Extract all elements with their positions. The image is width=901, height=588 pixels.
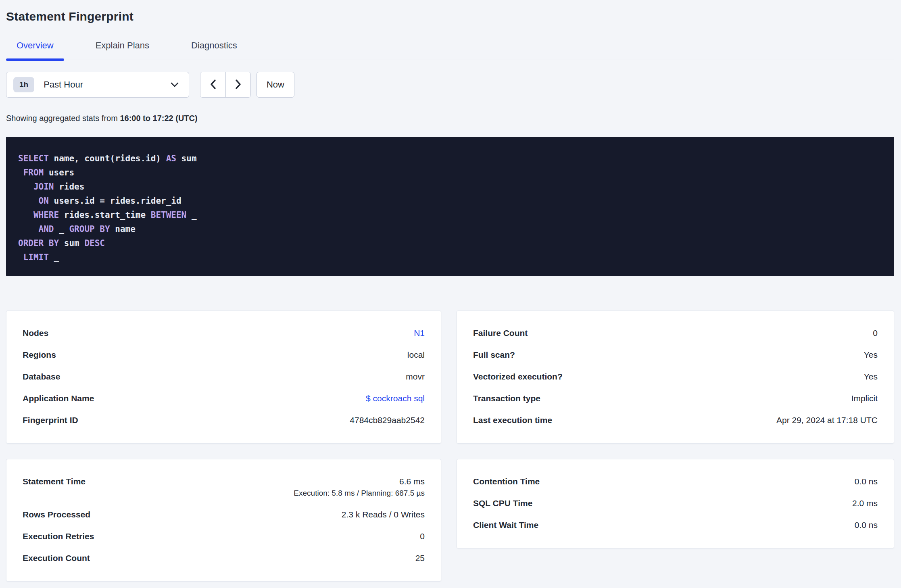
sql-keyword: AS bbox=[166, 154, 176, 163]
stat-label: Contention Time bbox=[473, 476, 540, 487]
stat-value-link[interactable]: $ cockroach sql bbox=[366, 394, 425, 403]
sql-text: rides.start_time bbox=[59, 210, 151, 220]
stat-row: Full scan?Yes bbox=[473, 350, 878, 360]
sql-text bbox=[18, 196, 39, 206]
sql-text bbox=[18, 210, 33, 220]
stat-value-block: 4784cb829aab2542 bbox=[350, 415, 425, 425]
sql-text: sum bbox=[59, 238, 84, 248]
stats-summary-prefix: Showing aggregated stats from bbox=[6, 114, 120, 123]
stat-label: Client Wait Time bbox=[473, 520, 538, 530]
stat-row: Fingerprint ID4784cb829aab2542 bbox=[23, 415, 425, 425]
summary-cards-grid: NodesN1RegionslocalDatabasemovrApplicati… bbox=[6, 311, 894, 582]
stat-value-block: 2.3 k Reads / 0 Writes bbox=[342, 509, 425, 520]
chevron-left-icon bbox=[210, 79, 216, 91]
stat-label: Rows Processed bbox=[23, 509, 90, 520]
stat-row: Execution Retries0 bbox=[23, 531, 425, 542]
sql-text: rides bbox=[54, 182, 85, 192]
sql-keyword: LIMIT bbox=[23, 252, 49, 262]
sql-text bbox=[18, 252, 23, 262]
sql-keyword: FROM bbox=[23, 168, 44, 177]
sql-statement-box: SELECT name, count(rides.id) AS sum FROM… bbox=[6, 137, 894, 276]
stat-row: Last execution timeApr 29, 2024 at 17:18… bbox=[473, 415, 878, 425]
tab-overview[interactable]: Overview bbox=[6, 40, 64, 60]
stat-label: Vectorized execution? bbox=[473, 371, 563, 382]
stat-label: Regions bbox=[23, 350, 56, 360]
chevron-down-icon bbox=[170, 82, 179, 88]
sql-text: users bbox=[44, 168, 74, 177]
sql-text bbox=[18, 168, 23, 177]
statement-timing-card: Statement Time6.6 msExecution: 5.8 ms / … bbox=[6, 459, 441, 582]
stat-value: 0 bbox=[873, 328, 878, 338]
page-title: Statement Fingerprint bbox=[6, 0, 894, 23]
stat-value-block: 2.0 ms bbox=[852, 498, 878, 509]
stat-row: Execution Count25 bbox=[23, 553, 425, 563]
stat-value-block: Yes bbox=[864, 350, 878, 360]
stat-value-link[interactable]: N1 bbox=[414, 328, 425, 338]
time-range-dropdown[interactable]: 1h Past Hour bbox=[6, 72, 189, 98]
stat-row: SQL CPU Time2.0 ms bbox=[473, 498, 878, 509]
stat-value-block: 25 bbox=[415, 553, 425, 563]
stat-value: local bbox=[407, 350, 425, 359]
sql-keyword: AND bbox=[39, 224, 54, 234]
sql-line: ORDER BY sum DESC bbox=[18, 236, 882, 250]
sql-line: FROM users bbox=[18, 166, 882, 180]
stat-value-block: movr bbox=[406, 371, 425, 382]
time-range-label: Past Hour bbox=[44, 79, 83, 90]
statement-fingerprint-page: Statement Fingerprint OverviewExplain Pl… bbox=[0, 0, 901, 588]
stat-row: NodesN1 bbox=[23, 328, 425, 338]
sql-text: sum bbox=[176, 154, 197, 163]
tab-diagnostics[interactable]: Diagnostics bbox=[181, 40, 248, 60]
sql-keyword: GROUP BY bbox=[69, 224, 110, 234]
stats-summary-range: 16:00 to 17:22 (UTC) bbox=[120, 114, 197, 123]
stat-value-block: N1 bbox=[414, 328, 425, 338]
sql-keyword: DESC bbox=[84, 238, 105, 248]
tab-explain-plans[interactable]: Explain Plans bbox=[85, 40, 160, 60]
stat-value-block: 6.6 msExecution: 5.8 ms / Planning: 687.… bbox=[294, 476, 425, 498]
execution-attributes-card: Failure Count0Full scan?YesVectorized ex… bbox=[457, 311, 894, 444]
sql-text: _ bbox=[186, 210, 196, 220]
previous-range-button[interactable] bbox=[200, 72, 225, 97]
stat-value-block: Apr 29, 2024 at 17:18 UTC bbox=[776, 415, 878, 425]
sql-keyword: SELECT bbox=[18, 154, 49, 163]
stat-value: 0.0 ns bbox=[855, 477, 878, 486]
stat-label: Execution Retries bbox=[23, 531, 94, 542]
stat-label: Last execution time bbox=[473, 415, 552, 425]
stat-value: 0.0 ns bbox=[855, 520, 878, 530]
sql-keyword: BETWEEN bbox=[151, 210, 187, 220]
stat-label: Fingerprint ID bbox=[23, 415, 78, 425]
stat-row: Vectorized execution?Yes bbox=[473, 371, 878, 382]
stat-row: Client Wait Time0.0 ns bbox=[473, 520, 878, 530]
stat-value: 0 bbox=[420, 532, 425, 541]
stat-label: Application Name bbox=[23, 393, 94, 404]
stat-row: Transaction typeImplicit bbox=[473, 393, 878, 404]
stat-value: movr bbox=[406, 372, 425, 381]
stat-value-block: Yes bbox=[864, 371, 878, 382]
sql-text: users.id = rides.rider_id bbox=[49, 196, 181, 206]
sql-line: SELECT name, count(rides.id) AS sum bbox=[18, 152, 882, 166]
stat-value: Apr 29, 2024 at 17:18 UTC bbox=[776, 415, 878, 425]
stat-row: Regionslocal bbox=[23, 350, 425, 360]
sql-line: ON users.id = rides.rider_id bbox=[18, 194, 882, 208]
stat-label: Nodes bbox=[23, 328, 48, 338]
sql-code: SELECT name, count(rides.id) AS sum FROM… bbox=[18, 152, 882, 265]
stat-label: Statement Time bbox=[23, 476, 86, 487]
stat-value: Implicit bbox=[851, 394, 878, 403]
time-range-badge: 1h bbox=[13, 77, 34, 92]
stat-label: Failure Count bbox=[473, 328, 528, 338]
sql-keyword: JOIN bbox=[33, 182, 54, 192]
next-range-button[interactable] bbox=[225, 72, 250, 97]
stat-label: Database bbox=[23, 371, 60, 382]
time-range-pager bbox=[200, 72, 251, 98]
now-button[interactable]: Now bbox=[257, 72, 294, 98]
sql-text: _ bbox=[54, 224, 69, 234]
stat-value-block: 0.0 ns bbox=[855, 476, 878, 487]
stat-value: 2.3 k Reads / 0 Writes bbox=[342, 510, 425, 519]
stat-value: 4784cb829aab2542 bbox=[350, 415, 425, 425]
stat-row: Failure Count0 bbox=[473, 328, 878, 338]
sql-line: AND _ GROUP BY name bbox=[18, 222, 882, 236]
sql-text bbox=[18, 182, 33, 192]
time-range-toolbar: 1h Past Hour Now bbox=[6, 72, 894, 98]
stat-value: Yes bbox=[864, 350, 878, 359]
stat-value: Yes bbox=[864, 372, 878, 381]
sql-text: name, count(rides.id) bbox=[49, 154, 166, 163]
